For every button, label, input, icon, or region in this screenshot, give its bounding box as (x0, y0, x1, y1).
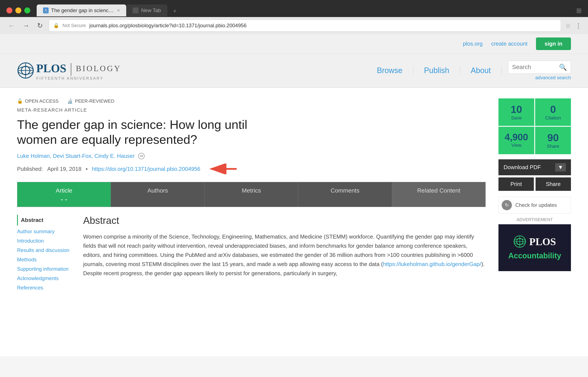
abstract-link[interactable]: https://lukeholman.github.io/genderGap/ (383, 261, 481, 267)
view-stat: 4,900 View (499, 127, 534, 154)
ad-logo-icon (513, 235, 526, 248)
publish-nav-link[interactable]: Publish (413, 66, 460, 75)
plos-org-link[interactable]: plos.org (463, 40, 483, 47)
traffic-light-yellow[interactable] (15, 7, 21, 13)
red-arrow-indicator (207, 164, 241, 174)
browse-nav-link[interactable]: Browse (366, 66, 413, 75)
stats-grid: 10 Save 0 Citation 4,900 View 90 Share (499, 98, 571, 154)
share-button[interactable]: Share (536, 177, 571, 191)
print-share-row: Print Share (499, 177, 571, 191)
download-pdf-button[interactable]: Download PDF ▼ (499, 159, 571, 175)
toc-item-references[interactable]: References (17, 283, 75, 293)
logo-icon (17, 62, 34, 79)
tab-title: The gender gap in science: Ho (51, 7, 115, 13)
red-arrow-svg (207, 164, 241, 174)
peer-reviewed-badge: 🔬 PEER-REVIEWED (67, 98, 114, 104)
lock-icon: 🔒 (53, 23, 59, 28)
article-meta: Published: April 19, 2018 • https://doi.… (17, 164, 486, 174)
browser-tab-active[interactable]: 🔬 The gender gap in science: Ho × (37, 4, 126, 16)
traffic-light-green[interactable] (24, 7, 30, 13)
ad-logo: PLOS (513, 235, 556, 248)
site-logo: PLOS | BIOLOGY FIFTEENTH ANNIVERSARY (17, 60, 121, 81)
plos-advertisement: PLOS Accountability (499, 224, 571, 271)
citation-count: 0 (539, 104, 567, 115)
citation-label: Citation (539, 115, 567, 121)
abstract-section: Abstract Women comprise a minority of th… (83, 215, 486, 293)
tab-authors[interactable]: Authors (111, 182, 205, 207)
create-account-link[interactable]: create account (491, 40, 528, 47)
url-text: journals.plos.org/plosbiology/article?id… (89, 23, 246, 29)
refresh-button[interactable]: ↻ (35, 20, 45, 31)
tab-related-content[interactable]: Related Content (392, 182, 485, 207)
advertisement-label: ADVERTISEMENT (499, 217, 571, 222)
toc-item-methods[interactable]: Methods (17, 255, 75, 264)
toc-item-introduction[interactable]: Introduction (17, 236, 75, 246)
tab-close-button[interactable]: × (117, 8, 120, 13)
open-access-badge: 🔓 OPEN ACCESS (17, 98, 59, 104)
abstract-heading: Abstract (83, 215, 486, 226)
published-label: Published: (17, 166, 43, 172)
download-arrow-icon: ▼ (555, 163, 566, 171)
search-icon: 🔍 (559, 63, 567, 71)
toc-item-author-summary[interactable]: Author summary (17, 227, 75, 236)
check-updates-icon: ↻ (502, 200, 512, 210)
tab-article-arrow: ⌄⌄ (60, 196, 68, 202)
published-date: April 19, 2018 (47, 166, 81, 172)
not-secure-label: Not Secure (62, 23, 86, 28)
ad-plos-text: PLOS (529, 236, 556, 247)
sign-in-button[interactable]: sign in (536, 37, 571, 50)
plos-text: PLOS (36, 62, 66, 75)
tab-new-favicon (133, 7, 139, 13)
share-stat: 90 Share (535, 127, 571, 154)
traffic-light-red[interactable] (6, 7, 12, 13)
bookmark-button[interactable]: ☆ (565, 22, 571, 29)
ad-tagline: Accountability (508, 251, 561, 260)
toc-item-results[interactable]: Results and discussion (17, 246, 75, 255)
logo-text: PLOS | BIOLOGY FIFTEENTH ANNIVERSARY (36, 60, 121, 81)
table-of-contents: Abstract Author summary Introduction Res… (17, 215, 75, 293)
logo-divider: | (69, 60, 73, 76)
article-title: The gender gap in science: How long unti… (17, 117, 252, 147)
peer-reviewed-icon: 🔬 (67, 98, 73, 104)
view-count: 4,900 (502, 132, 531, 142)
window-controls: ⊞ (576, 7, 582, 14)
share-label: Share (539, 143, 567, 149)
author-info-icon[interactable]: ✉ (138, 153, 145, 159)
save-stat: 10 Save (499, 98, 534, 126)
share-count: 90 (539, 132, 567, 143)
tab-metrics[interactable]: Metrics (205, 182, 298, 207)
toc-item-supporting[interactable]: Supporting information (17, 264, 75, 274)
save-count: 10 (502, 104, 531, 115)
url-bar[interactable]: 🔒 Not Secure journals.plos.org/plosbiolo… (49, 20, 561, 32)
tab-comments[interactable]: Comments (298, 182, 392, 207)
toc-item-acknowledgments[interactable]: Acknowledgments (17, 274, 75, 283)
tab-new-title: New Tab (141, 7, 161, 13)
article-type: META-RESEARCH ARTICLE (17, 107, 486, 113)
article-sidebar: 10 Save 0 Citation 4,900 View 90 Share (499, 98, 571, 345)
print-button[interactable]: Print (499, 177, 534, 191)
tab-favicon: 🔬 (43, 7, 49, 13)
about-nav-link[interactable]: About (460, 66, 502, 75)
check-for-updates-button[interactable]: ↻ Check for updates (499, 197, 571, 213)
article-authors: Luke Holman, Devi Stuart-Fox, Cindy E. H… (17, 153, 486, 159)
browser-menu-button[interactable]: ⋮ (575, 22, 582, 29)
browser-tab-new[interactable]: New Tab (126, 4, 167, 16)
tab-article[interactable]: Article ⌄⌄ (17, 182, 111, 207)
article-tabs: Article ⌄⌄ Authors Metrics Comments Rela… (17, 182, 486, 207)
forward-button[interactable]: → (21, 20, 31, 31)
doi-link[interactable]: https://doi.org/10.1371/journal.pbio.200… (92, 166, 200, 172)
open-access-icon: 🔓 (17, 98, 23, 104)
logo-subtitle: FIFTEENTH ANNIVERSARY (36, 76, 121, 81)
search-input[interactable] (512, 64, 559, 71)
citation-stat: 0 Citation (535, 98, 571, 126)
view-label: View (502, 142, 531, 148)
save-label: Save (502, 115, 531, 121)
new-tab-button[interactable]: + (170, 6, 180, 16)
biology-text: BIOLOGY (76, 64, 121, 73)
toc-item-abstract[interactable]: Abstract (17, 215, 75, 225)
advanced-search-link[interactable]: advanced search (535, 75, 571, 81)
abstract-text: Women comprise a minority of the Science… (83, 232, 486, 278)
back-button[interactable]: ← (6, 20, 17, 31)
